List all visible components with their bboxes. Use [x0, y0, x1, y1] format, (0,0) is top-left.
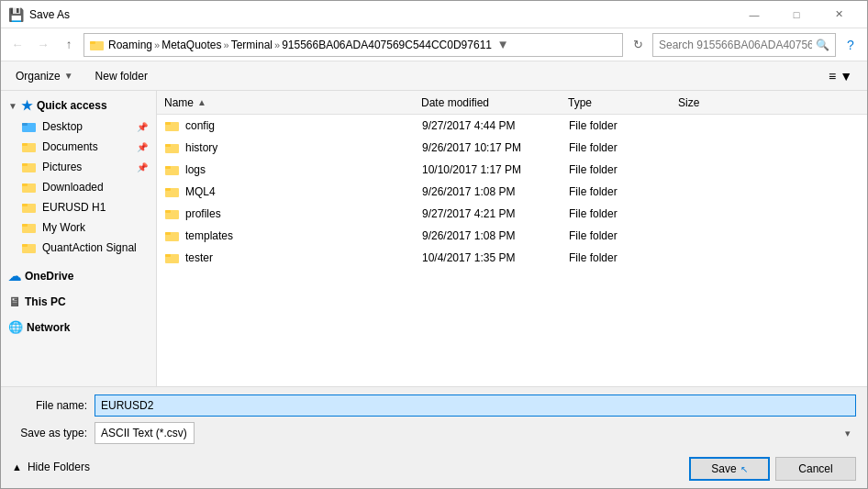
file-folder-icon: [165, 207, 180, 220]
quantaction-label: QuantAction Signal: [42, 241, 137, 254]
breadcrumb: Roaming » MetaQuotes » Terminal » 915566…: [108, 39, 492, 51]
file-folder-icon: [165, 119, 180, 132]
help-button[interactable]: ?: [840, 34, 862, 56]
svg-rect-11: [22, 204, 28, 206]
column-size-header[interactable]: Size: [678, 96, 751, 109]
network-icon: 🌐: [8, 320, 23, 334]
table-row[interactable]: tester 10/4/2017 1:35 PM File folder: [157, 247, 867, 269]
table-row[interactable]: profiles 9/27/2017 4:21 PM File folder: [157, 203, 867, 225]
svg-rect-27: [165, 232, 171, 235]
sidebar-item-quantaction[interactable]: QuantAction Signal: [1, 238, 156, 258]
downloaded-folder-icon: [22, 181, 37, 194]
downloaded-label: Downloaded: [42, 181, 104, 194]
address-dropdown-button[interactable]: ▼: [495, 34, 510, 56]
address-bar[interactable]: Roaming » MetaQuotes » Terminal » 915566…: [83, 33, 623, 57]
file-type: File folder: [569, 207, 679, 220]
cursor-indicator: ↖: [740, 464, 748, 474]
network-section[interactable]: 🌐 Network: [1, 317, 156, 338]
file-name-text: history: [185, 141, 217, 154]
file-folder-icon: [165, 163, 180, 176]
column-date-header[interactable]: Date modified: [421, 96, 568, 109]
hide-folders-label: Hide Folders: [28, 461, 90, 473]
column-type-header[interactable]: Type: [568, 96, 678, 109]
minimize-button[interactable]: —: [733, 1, 775, 28]
file-type: File folder: [569, 119, 679, 132]
file-type: File folder: [569, 229, 679, 242]
file-type: File folder: [569, 141, 679, 154]
action-bar: Organize ▼ New folder ≡ ▼: [1, 61, 867, 91]
file-date: 9/26/2017 1:08 PM: [422, 185, 569, 198]
mywork-label: My Work: [42, 221, 85, 234]
cancel-button[interactable]: Cancel: [775, 457, 856, 481]
maximize-button[interactable]: □: [775, 1, 818, 28]
sidebar-item-downloaded[interactable]: Downloaded: [1, 177, 156, 197]
pictures-folder-icon: [22, 161, 37, 173]
forward-button[interactable]: →: [32, 34, 54, 56]
file-date: 9/27/2017 4:44 PM: [422, 119, 569, 132]
table-row[interactable]: config 9/27/2017 4:44 PM File folder: [157, 115, 867, 137]
hide-folders-chevron-icon: ▲: [12, 461, 22, 472]
up-button[interactable]: ↑: [58, 34, 80, 56]
sidebar-item-pictures[interactable]: Pictures 📌: [1, 157, 156, 177]
organize-label: Organize: [16, 70, 61, 83]
file-folder-icon: [165, 229, 180, 242]
window-icon: 💾: [8, 7, 24, 22]
save-as-dialog: 💾 Save As — □ ✕ ← → ↑ Roaming » MetaQuot…: [0, 0, 868, 489]
file-list-header: Name ▲ Date modified Type Size: [157, 91, 867, 115]
dialog-buttons: Save ↖ Cancel: [689, 453, 856, 481]
column-name-label: Name: [164, 96, 194, 109]
organize-chevron-icon: ▼: [64, 71, 73, 81]
save-label: Save: [711, 462, 736, 475]
eurusd-folder-icon: [22, 201, 37, 214]
sidebar-item-eurusd[interactable]: EURUSD H1: [1, 197, 156, 217]
file-type: File folder: [569, 185, 679, 198]
table-row[interactable]: logs 10/10/2017 1:17 PM File folder: [157, 159, 867, 181]
onedrive-label: OneDrive: [25, 270, 73, 283]
filetype-select[interactable]: ASCII Text (*.csv): [95, 422, 195, 444]
file-name-text: MQL4: [185, 185, 216, 198]
file-date: 10/10/2017 1:17 PM: [422, 163, 569, 176]
refresh-button[interactable]: ↻: [627, 34, 649, 56]
back-button[interactable]: ←: [6, 34, 28, 56]
column-name-header[interactable]: Name ▲: [164, 96, 421, 109]
new-folder-label: New folder: [95, 70, 148, 83]
svg-rect-29: [165, 254, 171, 257]
breadcrumb-terminal: Terminal: [231, 39, 273, 51]
computer-icon: 🖥: [8, 295, 21, 309]
breadcrumb-metaquotes: MetaQuotes: [161, 39, 221, 51]
view-options-button[interactable]: ≡ ▼: [821, 65, 860, 87]
table-row[interactable]: history 9/26/2017 10:17 PM File folder: [157, 137, 867, 159]
svg-rect-1: [90, 41, 95, 44]
close-button[interactable]: ✕: [818, 1, 860, 28]
file-name-text: config: [185, 119, 215, 132]
quick-access-section[interactable]: ▼ ★ Quick access: [1, 94, 156, 117]
onedrive-section[interactable]: ☁ OneDrive: [1, 265, 156, 287]
file-rows: config 9/27/2017 4:44 PM File folder his…: [157, 115, 867, 269]
documents-pin-icon: 📌: [137, 142, 148, 152]
organize-button[interactable]: Organize ▼: [8, 65, 81, 87]
file-date: 9/27/2017 4:21 PM: [422, 207, 569, 220]
filetype-select-wrapper: ASCII Text (*.csv): [95, 422, 856, 444]
search-input[interactable]: [659, 39, 812, 51]
sidebar-item-desktop[interactable]: Desktop 📌: [1, 117, 156, 137]
new-folder-button[interactable]: New folder: [88, 65, 155, 87]
title-controls: — □ ✕: [733, 1, 860, 28]
breadcrumb-roaming: Roaming: [108, 39, 152, 51]
search-box[interactable]: 🔍: [652, 33, 836, 57]
bottom-footer: ▲ Hide Folders Save ↖ Cancel: [12, 450, 856, 481]
filetype-label: Save as type:: [12, 427, 95, 439]
breadcrumb-guid: 915566BA06ADA407569C544CC0D97611: [282, 39, 492, 51]
table-row[interactable]: templates 9/26/2017 1:08 PM File folder: [157, 225, 867, 247]
sidebar-item-mywork[interactable]: My Work: [1, 217, 156, 238]
svg-rect-15: [22, 244, 28, 247]
title-bar: 💾 Save As — □ ✕: [1, 1, 867, 28]
sidebar-item-documents[interactable]: Documents 📌: [1, 137, 156, 157]
navigation-bar: ← → ↑ Roaming » MetaQuotes » Terminal » …: [1, 28, 867, 61]
svg-rect-23: [165, 188, 171, 191]
filename-input[interactable]: [95, 395, 856, 417]
hide-folders-button[interactable]: ▲ Hide Folders: [12, 457, 90, 477]
table-row[interactable]: MQL4 9/26/2017 1:08 PM File folder: [157, 181, 867, 203]
thispc-section[interactable]: 🖥 This PC: [1, 291, 156, 313]
save-button[interactable]: Save ↖: [689, 457, 770, 481]
svg-rect-19: [165, 144, 171, 147]
